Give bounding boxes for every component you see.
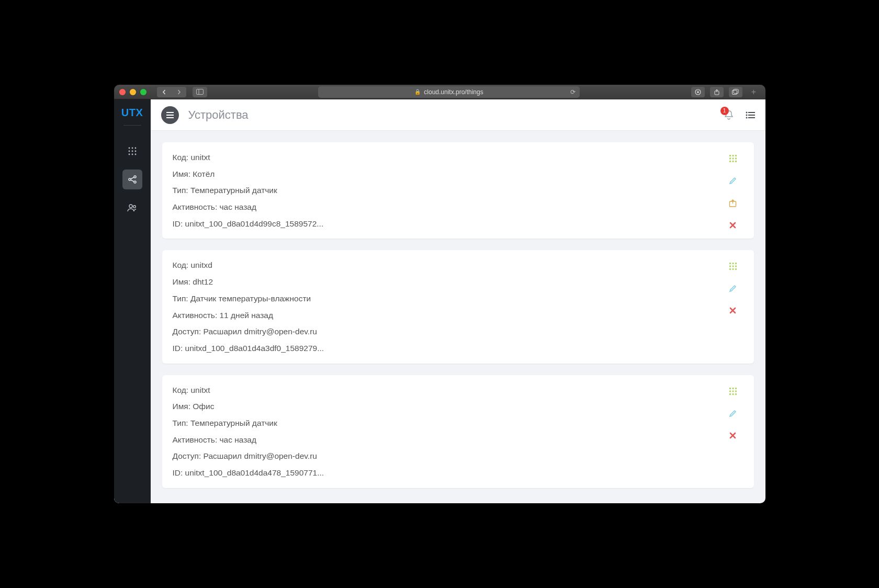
svg-rect-41 [729, 263, 731, 264]
device-row-type: Тип: Температурный датчик [173, 185, 723, 196]
address-bar[interactable]: 🔒 cloud.unitx.pro/things ⟳ [318, 86, 580, 98]
nav-item-users[interactable] [122, 198, 142, 218]
pencil-icon [729, 410, 737, 417]
device-share-button[interactable] [729, 199, 737, 207]
sidebar-toggle-icon[interactable] [193, 87, 207, 97]
share-box-icon [729, 199, 737, 207]
svg-rect-30 [748, 117, 755, 118]
device-card: Код: unitxtИмя: КотёлТип: Температурный … [162, 142, 754, 239]
close-icon [729, 432, 736, 439]
svg-point-21 [133, 206, 136, 208]
device-delete-button[interactable] [729, 432, 736, 439]
svg-rect-5 [734, 89, 738, 94]
svg-rect-50 [729, 388, 731, 389]
svg-rect-43 [735, 263, 737, 264]
device-card: Код: unitxdИмя: dht12Тип: Датчик темпера… [162, 250, 754, 363]
svg-line-18 [131, 177, 134, 179]
svg-rect-31 [729, 155, 731, 156]
svg-rect-53 [729, 390, 731, 392]
svg-rect-44 [729, 266, 731, 267]
device-edit-button[interactable] [729, 177, 737, 185]
close-window-button[interactable] [119, 89, 126, 95]
device-edit-button[interactable] [729, 285, 737, 292]
device-row-type: Тип: Датчик температуры-влажности [173, 293, 723, 304]
svg-point-27 [746, 114, 747, 116]
content-scroll[interactable]: Код: unitxtИмя: КотёлТип: Температурный … [151, 131, 765, 503]
svg-point-17 [134, 181, 136, 183]
reload-icon[interactable]: ⟳ [570, 88, 576, 96]
device-row-activity: Активность: час назад [173, 201, 723, 213]
svg-point-29 [746, 117, 747, 118]
svg-point-13 [131, 154, 133, 155]
share-icon[interactable] [710, 87, 724, 97]
grid-dots-icon [729, 388, 737, 395]
svg-rect-54 [732, 390, 734, 392]
svg-rect-39 [735, 161, 737, 162]
svg-line-19 [131, 180, 134, 182]
svg-point-12 [128, 154, 130, 155]
device-grid-button[interactable] [729, 263, 737, 270]
svg-rect-48 [732, 268, 734, 270]
device-card-body: Код: unitxdИмя: dht12Тип: Датчик темпера… [173, 259, 723, 354]
grid-icon [128, 146, 137, 156]
svg-rect-35 [732, 158, 734, 160]
svg-rect-32 [732, 155, 734, 156]
tabs-icon[interactable] [729, 87, 742, 97]
new-tab-button[interactable]: + [748, 87, 760, 97]
svg-point-15 [134, 176, 136, 178]
forward-button[interactable] [172, 87, 186, 97]
side-nav: UTX [114, 99, 151, 503]
svg-point-16 [129, 178, 131, 180]
svg-rect-46 [735, 266, 737, 267]
svg-point-6 [128, 148, 130, 149]
svg-rect-26 [748, 112, 755, 113]
list-icon [746, 111, 755, 119]
device-delete-button[interactable] [729, 222, 736, 229]
menu-button[interactable] [161, 106, 179, 124]
device-delete-button[interactable] [729, 307, 736, 314]
svg-point-7 [131, 148, 133, 149]
users-icon [127, 203, 138, 212]
device-card-body: Код: unitxtИмя: КотёлТип: Температурный … [173, 152, 723, 229]
topbar: Устройства 1 [151, 99, 765, 131]
svg-point-20 [129, 205, 132, 208]
device-row-name: Имя: Котёл [173, 168, 723, 180]
device-card-actions [723, 259, 743, 354]
svg-rect-57 [732, 393, 734, 395]
share-nodes-icon [128, 175, 137, 184]
downloads-icon[interactable] [691, 87, 705, 97]
pencil-icon [729, 285, 737, 292]
device-grid-button[interactable] [729, 388, 737, 395]
device-row-name: Имя: dht12 [173, 276, 723, 288]
svg-rect-36 [735, 158, 737, 160]
device-row-type: Тип: Температурный датчик [173, 417, 723, 429]
url-text: cloud.unitx.pro/things [424, 88, 483, 96]
notifications-button[interactable]: 1 [724, 110, 734, 120]
close-icon [729, 307, 736, 314]
menu-icon [166, 112, 174, 118]
svg-rect-0 [196, 89, 203, 95]
device-row-activity: Активность: час назад [173, 434, 723, 446]
device-row-activity: Активность: 11 дней назад [173, 310, 723, 321]
svg-rect-58 [735, 393, 737, 395]
device-card: Код: unitxtИмя: ОфисТип: Температурный д… [162, 375, 754, 488]
device-card-actions [723, 152, 743, 229]
svg-rect-4 [732, 91, 737, 95]
nav-item-dashboard[interactable] [122, 141, 142, 161]
device-grid-button[interactable] [729, 155, 737, 162]
nav-item-devices[interactable] [122, 169, 142, 189]
svg-rect-45 [732, 266, 734, 267]
svg-point-11 [134, 151, 136, 152]
maximize-window-button[interactable] [140, 89, 146, 95]
minimize-window-button[interactable] [130, 89, 136, 95]
browser-titlebar: 🔒 cloud.unitx.pro/things ⟳ + [114, 85, 765, 99]
close-icon [729, 222, 736, 229]
device-row-id: ID: unitxt_100_d8a01d4d99c8_1589572... [173, 218, 723, 230]
svg-point-25 [746, 111, 747, 113]
back-button[interactable] [157, 87, 172, 97]
svg-rect-33 [735, 155, 737, 156]
svg-rect-52 [735, 388, 737, 389]
device-edit-button[interactable] [729, 410, 737, 417]
device-row-code: Код: unitxt [173, 152, 723, 163]
list-view-button[interactable] [746, 111, 755, 119]
